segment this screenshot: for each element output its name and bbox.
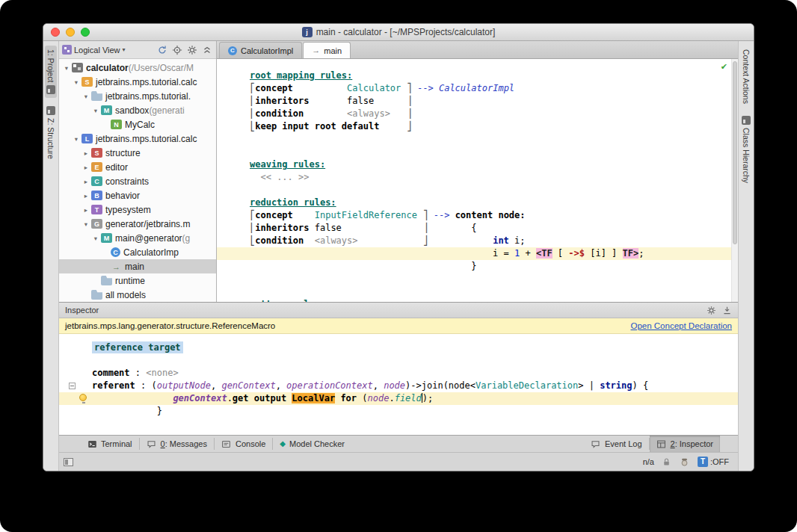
editor-code-line: weaving rules:	[217, 158, 738, 171]
node-icon: N	[111, 120, 122, 129]
tree-item-calculator[interactable]: ▾calculator (/Users/Oscar/M	[59, 61, 216, 75]
tree-item-suffix: (/Users/Oscar/M	[129, 63, 194, 73]
tree-item-label: MyCalc	[125, 120, 155, 130]
bulb-icon[interactable]	[79, 394, 87, 401]
messages-button[interactable]: 0: Messages	[140, 436, 214, 452]
inspector-editor[interactable]: reference target comment : <none>referen…	[59, 334, 738, 435]
statusbar-label: : Inspector	[675, 439, 713, 448]
status-bar: Terminal 0: Messages Console	[59, 435, 738, 452]
chevron-right-icon[interactable]: ▸	[81, 206, 90, 214]
tree-item-jetbrains-mps-tutorial-calc[interactable]: ▾Ljetbrains.mps.tutorial.calc	[59, 132, 216, 146]
open-concept-declaration-link[interactable]: Open Concept Declaration	[630, 321, 732, 330]
editor-pane: C CalculatorImpl → main root mapping rul…	[217, 41, 738, 302]
tree-item-jetbrains-mps-tutorial-[interactable]: ▾jetbrains.mps.tutorial.	[59, 89, 216, 103]
tab-main[interactable]: → main	[303, 42, 351, 58]
model-checker-button[interactable]: ◆ Model Checker	[273, 436, 351, 452]
inspector-icon	[656, 439, 667, 449]
tree-item-mycalc[interactable]: NMyCalc	[59, 117, 216, 132]
tree-item-main[interactable]: →main	[59, 259, 216, 273]
tree-item-label: all models	[105, 290, 146, 300]
language-icon: L	[81, 134, 93, 143]
left-tool-strip: 1: Project Z: Structure	[43, 41, 59, 471]
tree-item-suffix: (g	[182, 233, 191, 244]
chevron-down-icon[interactable]: ▾	[72, 135, 81, 143]
view-selector[interactable]: Logical View	[74, 46, 120, 55]
highlighting-level-icon[interactable]	[680, 457, 690, 467]
chevron-down-icon[interactable]: ▾	[72, 78, 81, 86]
tree-item-jetbrains-mps-tutorial-calc[interactable]: ▾Sjetbrains.mps.tutorial.calc	[59, 75, 216, 89]
tree-item-editor[interactable]: ▸Eeditor	[59, 160, 216, 174]
tree-item-label: editor	[105, 162, 128, 173]
chevron-right-icon[interactable]: ▸	[81, 164, 90, 171]
tree-item-structure[interactable]: ▸Sstructure	[59, 146, 216, 160]
typesystem-state: :OFF	[710, 457, 729, 466]
readonly-lock-icon[interactable]	[662, 457, 672, 467]
terminal-button[interactable]: Terminal	[80, 436, 139, 452]
main-area: 1: Project Z: Structure Logical View ▾	[43, 41, 754, 471]
chevron-down-icon[interactable]: ▾	[81, 93, 90, 100]
chevron-down-icon[interactable]: ▾	[62, 64, 71, 72]
tree-item-label: jetbrains.mps.tutorial.calc	[96, 134, 197, 144]
project-tree[interactable]: ▾calculator (/Users/Oscar/M▾Sjetbrains.m…	[59, 59, 216, 302]
settings-gear-icon[interactable]	[185, 43, 198, 56]
statusbar-label: Console	[236, 439, 265, 448]
event-log-button[interactable]: Event Log	[584, 436, 649, 452]
model-icon: M	[101, 105, 112, 115]
tree-item-sandbox[interactable]: ▾Msandbox (generati	[59, 103, 216, 117]
chevron-down-icon[interactable]: ▾	[91, 107, 100, 114]
tree-item-runtime[interactable]: runtime	[59, 273, 216, 288]
tree-item-constraints[interactable]: ▸Cconstraints	[59, 174, 216, 188]
app-icon: j	[302, 27, 313, 37]
fold-icon[interactable]	[69, 383, 76, 389]
scroll-to-source-icon[interactable]	[170, 43, 183, 56]
collapse-all-icon[interactable]	[200, 43, 213, 56]
tool-button-structure[interactable]: Z: Structure	[45, 102, 57, 163]
class-icon: C	[228, 46, 237, 55]
dock-icon[interactable]	[721, 304, 733, 317]
zoom-button[interactable]	[81, 28, 90, 37]
tree-item-generator-jetbrains-m[interactable]: ▾Ggenerator/jetbrains.m	[59, 217, 216, 231]
tab-label: CalculatorImpl	[241, 46, 293, 55]
editor-code-line	[217, 273, 738, 285]
chevron-down-icon[interactable]: ▾	[81, 220, 90, 228]
close-button[interactable]	[51, 28, 60, 37]
tree-item-main-generator[interactable]: ▾Mmain@generator (g	[59, 231, 216, 245]
inspector-code-line	[59, 354, 738, 367]
tree-item-calculatorimp[interactable]: CCalculatorImp	[59, 245, 216, 259]
chevron-right-icon[interactable]: ▸	[81, 149, 90, 157]
window-title-text: main - calculator - [~/MPSProjects/calcu…	[316, 27, 496, 37]
tree-item-typesystem[interactable]: ▸Ttypesystem	[59, 202, 216, 217]
chevron-right-icon[interactable]: ▸	[81, 178, 90, 185]
minimize-button[interactable]	[66, 28, 75, 37]
tree-item-label: sandbox	[115, 105, 149, 116]
statusbar-label: Terminal	[101, 439, 132, 448]
tree-item-behavior[interactable]: ▸Bbehavior	[59, 188, 216, 202]
tree-item-all-models[interactable]: all models	[59, 288, 216, 302]
event-log-icon	[591, 439, 601, 449]
chevron-right-icon[interactable]: ▸	[81, 192, 90, 200]
editor-code-line: ⎢inheritors false ⎥	[217, 95, 738, 108]
tree-item-label: runtime	[115, 276, 145, 286]
console-button[interactable]: Console	[215, 436, 272, 452]
tab-calculatorimpl[interactable]: C CalculatorImpl	[219, 42, 302, 58]
traffic-lights	[51, 28, 90, 37]
hide-tool-windows-button[interactable]	[64, 458, 73, 466]
editor-code-line	[217, 146, 738, 158]
editor-tabbar: C CalculatorImpl → main	[217, 41, 738, 59]
folder-icon	[101, 276, 112, 285]
editor-scrollbar[interactable]	[731, 59, 738, 302]
tool-button-project[interactable]: 1: Project	[45, 46, 57, 98]
tool-button-context-actions[interactable]: Context Actions	[740, 46, 752, 108]
tool-button-class-hierarchy[interactable]: Class Hierarchy	[740, 112, 752, 187]
editor[interactable]: root mapping rules:⎡concept Calculator ⎤…	[217, 59, 738, 302]
titlebar[interactable]: j main - calculator - [~/MPSProjects/cal…	[43, 24, 754, 41]
inspector-gear-icon[interactable]	[705, 304, 718, 317]
sync-icon[interactable]	[156, 43, 168, 56]
generator-icon: G	[91, 219, 102, 229]
editor-code-line: << ... >>	[217, 171, 738, 184]
editor-content[interactable]: root mapping rules:⎡concept Calculator ⎤…	[217, 69, 738, 302]
chevron-down-icon[interactable]: ▾	[91, 235, 100, 242]
scrollbar-thumb[interactable]	[733, 61, 737, 244]
inspector-tool-button[interactable]: 2: Inspector	[650, 436, 720, 452]
typesystem-badge[interactable]: T :OFF	[698, 457, 729, 467]
